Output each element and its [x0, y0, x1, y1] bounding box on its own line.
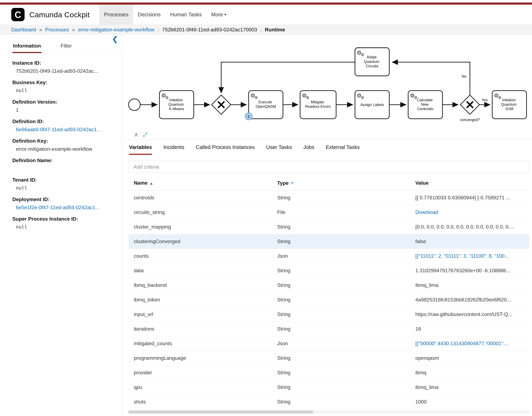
variable-row[interactable]: dataString1.310299479176763260e+00 -6.10…: [129, 263, 529, 278]
info-field: Definition Version:1: [12, 99, 116, 113]
breadcrumb-instance-id: 752b6201-0f49-11ed-ad93-0242ac170003: [162, 27, 257, 33]
nav-item-processes[interactable]: Processes: [99, 5, 133, 25]
activity-instance-count: 1: [247, 114, 250, 119]
column-header-value[interactable]: Value: [410, 175, 529, 190]
task-mitigate-readout-errors[interactable]: ⚙ ⚙ Mitigate Readout Errors: [300, 91, 336, 119]
variable-row[interactable]: qpuStringibmq_lima: [129, 380, 529, 395]
nav-item-human-tasks[interactable]: Human Tasks: [165, 5, 206, 25]
breadcrumb-dashboard[interactable]: Dashboard: [11, 27, 36, 33]
variable-name: iterations: [129, 322, 272, 336]
variable-row[interactable]: ibmq_backendStringibmq_lima: [129, 278, 529, 293]
task-execute-openqasm[interactable]: ⚙ ⚙ Execute OpenQASM 1: [245, 91, 283, 120]
task-initialize-quantum-k-means[interactable]: ⚙ ⚙ Initialize Quantum K-Means: [159, 91, 194, 119]
variable-type: String: [272, 365, 410, 380]
tab-called-process-instances[interactable]: Called Process Instances: [196, 144, 255, 155]
info-field: Business Key:null: [12, 80, 116, 94]
variable-name: provider: [129, 365, 272, 380]
horizontal-scrollbar[interactable]: [129, 410, 529, 414]
service-task-gear-icon: ⚙: [361, 95, 364, 100]
sort-remove-icon[interactable]: −: [291, 180, 294, 186]
variable-row[interactable]: countsJson[{"11011": 2, "01111": 3, "111…: [129, 249, 529, 263]
breadcrumb-separator: »: [72, 27, 75, 33]
info-field: Definition Name:: [12, 158, 116, 172]
variable-row[interactable]: shotsString1000: [129, 395, 529, 409]
variable-name: input_url: [129, 307, 272, 322]
tab-jobs[interactable]: Jobs: [303, 144, 314, 155]
variable-row[interactable]: programmingLanguageStringopenqasm: [129, 351, 529, 365]
info-field-value: error-mitigation-example-workflow: [12, 146, 116, 152]
column-header-type[interactable]: Type−: [272, 175, 410, 190]
variable-value: 4a9825316fc8153bb618262fb20ee6f620...: [410, 293, 529, 307]
task-adapt-quantum-circuits[interactable]: ⚙ ⚙ Adapt Quantum Circuits: [355, 48, 389, 76]
variable-row[interactable]: mitigated_countsJson[{"00000":4430.13143…: [129, 336, 529, 351]
breadcrumb-process-definition[interactable]: error-mitigation-example-workflow: [78, 27, 154, 33]
variable-row[interactable]: iterationsString16: [129, 322, 529, 336]
task-calculate-new-centroids[interactable]: ⚙ ⚙ Calculate New Centroids: [408, 91, 442, 119]
variable-type: String: [272, 263, 410, 278]
bpmn-diagram[interactable]: ⚙ ⚙ Initialize Quantum K-Means ⚙ ⚙ Exe: [122, 35, 532, 131]
variable-row[interactable]: centroidsString[[ 0.77610033 0.63060944]…: [129, 190, 529, 205]
brand: C Camunda Cockpit: [11, 5, 90, 25]
variable-type: String: [272, 395, 410, 409]
nav-item-more[interactable]: More ▾: [207, 5, 231, 25]
service-task-gear-icon: ⚙: [498, 95, 501, 100]
scrollbar-thumb[interactable]: [129, 410, 313, 414]
main-panel: ⚙ ⚙ Initialize Quantum K-Means ⚙ ⚙ Exe: [122, 35, 532, 416]
breadcrumb-colon: :: [260, 27, 262, 33]
variable-value: 16: [410, 322, 529, 336]
variable-row[interactable]: input_urlStringhttps://raw.githubusercon…: [129, 307, 529, 322]
collapse-diagram-icon[interactable]: ∧: [134, 132, 138, 137]
expand-diagram-icon[interactable]: ⤢: [143, 132, 147, 137]
tab-variables[interactable]: Variables: [129, 144, 152, 155]
breadcrumb-processes[interactable]: Processes: [45, 27, 69, 33]
info-field-label: Definition Version:: [12, 99, 116, 105]
variable-row[interactable]: ibmq_tokenString4a9825316fc8153bb618262f…: [129, 293, 529, 307]
variable-value: ibmq: [410, 365, 529, 380]
variable-name: shots: [129, 395, 272, 409]
variable-type: String: [272, 307, 410, 322]
variable-value: 1000: [410, 395, 529, 409]
variable-type: String: [272, 293, 410, 307]
variable-value: [0.0, 0.0, 0.0, 0.0, 0.0, 0.0, 0.0, 0.0,…: [410, 220, 529, 234]
diagram-controls: ∧ ⤢: [122, 131, 532, 140]
nav-item-decisions[interactable]: Decisions: [133, 5, 165, 25]
variable-type: String: [272, 234, 410, 249]
variable-name: ibmq_token: [129, 293, 272, 307]
variable-name: ibmq_backend: [129, 278, 272, 293]
start-event[interactable]: [129, 99, 140, 111]
flow-label-yes: Yes: [482, 98, 488, 102]
variable-value-link[interactable]: Download: [415, 209, 438, 215]
variable-row[interactable]: circuits_stringFileDownload: [129, 205, 529, 220]
detail-tabs: VariablesIncidentsCalled Process Instanc…: [122, 140, 532, 155]
add-criteria-input[interactable]: [129, 161, 529, 173]
chevron-down-icon: ▾: [224, 12, 226, 17]
service-task-gear-icon: ⚙: [165, 95, 169, 100]
column-header-name[interactable]: Name▲: [129, 175, 272, 190]
tab-external-tasks[interactable]: External Tasks: [326, 144, 360, 155]
variable-row[interactable]: clusteringConvergedStringfalse: [129, 234, 529, 249]
variable-value: [{"11011": 2, "01111": 3, "11100": 8, "1…: [410, 249, 529, 263]
tab-filter[interactable]: Filter: [60, 40, 72, 53]
variable-row[interactable]: providerStringibmq: [129, 365, 529, 380]
info-field-value[interactable]: 6e66aab0-0f47-11ed-ad93-0242ac1...: [12, 127, 116, 133]
exclusive-gateway-join[interactable]: [212, 95, 231, 114]
flow-adapt-to-gateway: [221, 62, 355, 93]
task-initialize-quantum-svm[interactable]: ⚙ ⚙ Initialize Quantum SVM: [492, 91, 526, 119]
variable-value-link[interactable]: [{"00000":4430.131430904877,"00001":...: [415, 340, 509, 346]
tab-incidents[interactable]: Incidents: [163, 144, 184, 155]
info-field-value[interactable]: 6e5e1f2e-0f47-11ed-ad93-0242ac1...: [12, 205, 116, 211]
exclusive-gateway-converged[interactable]: converged?: [460, 95, 480, 122]
variable-name: counts: [129, 249, 272, 263]
sort-asc-icon[interactable]: ▲: [149, 181, 153, 185]
camunda-logo-icon: C: [11, 8, 25, 21]
info-field-label: Business Key:: [12, 80, 116, 85]
info-field-value: null: [12, 224, 116, 230]
variable-value-link[interactable]: [{"11011": 2, "01111": 3, "11100": 8, "1…: [415, 253, 509, 259]
variable-row[interactable]: cluster_mappingString[0.0, 0.0, 0.0, 0.0…: [129, 220, 529, 234]
info-field-value: 752b6201-0f49-11ed-ad93-0242ac...: [12, 68, 116, 74]
sidebar-collapse-icon[interactable]: ❮: [112, 35, 118, 43]
task-assign-labels[interactable]: ⚙ ⚙ Assign Labels: [355, 91, 389, 119]
tab-user-tasks[interactable]: User Tasks: [266, 144, 292, 155]
tab-information[interactable]: Information: [12, 40, 41, 53]
variable-type: String: [272, 220, 410, 234]
